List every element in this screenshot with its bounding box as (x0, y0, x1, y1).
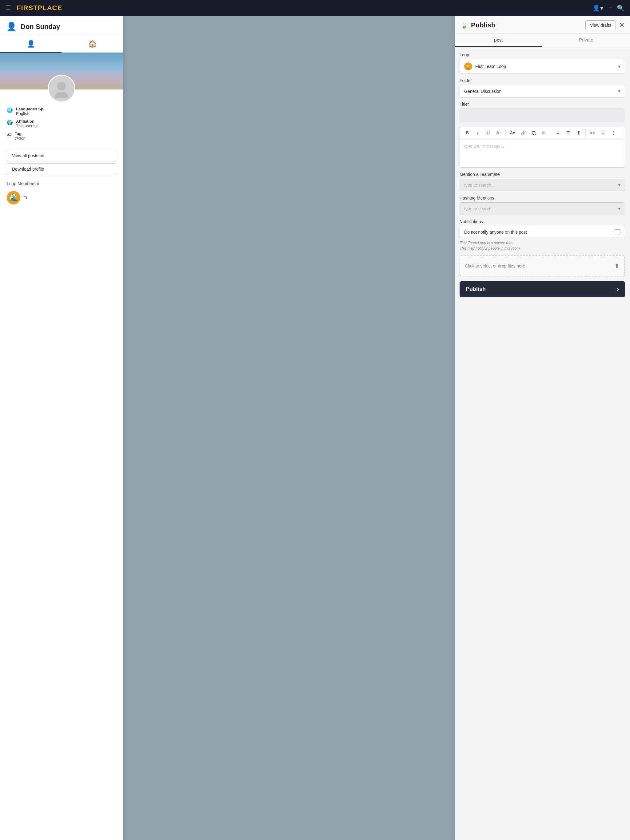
profile-user-icon: 👤 (6, 22, 17, 32)
notification-checkbox[interactable] (615, 229, 621, 235)
search-icon[interactable]: 🔍 (617, 4, 624, 12)
svg-point-1 (55, 92, 68, 98)
font-size-button[interactable]: A↕ (494, 128, 503, 137)
publish-header-actions: View drafts ✕ (586, 20, 624, 30)
view-drafts-button[interactable]: View drafts (586, 20, 616, 30)
code-button[interactable]: <> (588, 128, 597, 137)
brand-first-letter: F (17, 4, 21, 12)
hashtag-dropdown[interactable]: type to search... ▾ (459, 202, 625, 215)
leaf-icon: 🍃 (460, 22, 468, 29)
languages-icon: 🌐 (7, 107, 13, 113)
notifications-section: Notifications Do not notify anyone on th… (459, 219, 625, 251)
tab-person[interactable]: 👤 (0, 36, 62, 52)
loop-badge-icon: 🏆 (464, 62, 472, 70)
more-options-button[interactable]: ⋮ (609, 128, 618, 137)
publish-title: Publish (471, 21, 495, 29)
tag-row: 🏷 Tag @don (7, 131, 116, 141)
unordered-list-button[interactable]: ☰ (564, 128, 573, 137)
add-icon[interactable]: + (608, 5, 612, 12)
publish-arrow-icon: › (617, 286, 619, 293)
chevron-down-icon: ▾ (618, 64, 621, 69)
languages-value: English (16, 111, 43, 116)
mention-label: Mention a Teammate (459, 172, 625, 177)
chevron-down-icon: ▾ (618, 206, 621, 212)
file-drop-zone[interactable]: Click to select or drop files here ⬆ (459, 256, 625, 276)
insert-button[interactable]: ⊕ (540, 128, 548, 137)
notification-note-line1: First Team Loop is a private room (459, 240, 625, 246)
upload-icon: ⬆ (614, 262, 619, 270)
notification-note: First Team Loop is a private room This m… (459, 240, 625, 251)
editor-toolbar: B I U A↕ A▾ 🔗 🖼 ⊕ ≡ ☰ ¶ <> ☺ ⋮ (459, 126, 625, 140)
profile-panel: 👤 Don Sunday 👤 🏠 🌐 Languages Sp English (0, 16, 123, 840)
loop-dropdown[interactable]: 🏆 First Team Loop ▾ (459, 59, 625, 74)
italic-button[interactable]: I (473, 128, 482, 137)
title-input[interactable] (459, 109, 625, 122)
hashtag-label: Hashtag Mentions (459, 196, 625, 201)
affiliation-details: Affiliation This user's e (16, 119, 38, 128)
mention-section: Mention a Teammate type to search... ▾ (459, 172, 625, 191)
loop-dropdown-value: First Team Loop (475, 64, 506, 69)
ordered-list-button[interactable]: ≡ (553, 128, 562, 137)
editor-placeholder: type your message... (464, 144, 504, 148)
publish-header: 🍃 Publish View drafts ✕ (455, 16, 630, 33)
underline-button[interactable]: U (484, 128, 492, 137)
loop-membership-section: Loop Membershi 🌊 Fi (0, 177, 123, 209)
languages-details: Languages Sp English (16, 107, 43, 116)
image-button[interactable]: 🖼 (529, 128, 538, 137)
languages-row: 🌐 Languages Sp English (7, 107, 116, 116)
file-drop-label: Click to select or drop files here (465, 264, 525, 268)
toolbar-divider-2 (551, 129, 551, 136)
tab-post[interactable]: post (455, 33, 542, 47)
folder-label: Folder (459, 78, 625, 83)
tab-private[interactable]: Private (542, 33, 630, 47)
tag-details: Tag @don (15, 131, 25, 141)
link-button[interactable]: 🔗 (519, 128, 527, 137)
affiliation-row: 🌍 Affiliation This user's e (7, 119, 116, 128)
hamburger-icon[interactable]: ☰ (6, 4, 11, 12)
tab-home[interactable]: 🏠 (62, 36, 123, 52)
publish-btn-label: Publish (466, 286, 486, 292)
mention-dropdown[interactable]: type to search... ▾ (459, 178, 625, 191)
user-avatar-icon[interactable]: 👤▾ (592, 4, 603, 12)
editor-section: B I U A↕ A▾ 🔗 🖼 ⊕ ≡ ☰ ¶ <> ☺ ⋮ (459, 126, 625, 167)
chevron-down-icon: ▾ (618, 88, 621, 94)
profile-name: Don Sunday (21, 23, 60, 31)
mention-placeholder: type to search... (464, 183, 495, 188)
paragraph-button[interactable]: ¶ (574, 128, 583, 137)
view-all-posts-button[interactable]: View all posts an (7, 150, 116, 161)
avatar-svg (52, 79, 71, 98)
title-section: Title* (459, 102, 625, 122)
notifications-label: Notifications (459, 219, 625, 224)
loop-dropdown-left: 🏆 First Team Loop (464, 62, 506, 70)
download-profile-button[interactable]: Download profile (7, 163, 116, 175)
publish-button[interactable]: Publish › (459, 281, 625, 297)
chevron-down-icon: ▾ (618, 182, 621, 188)
affiliation-icon: 🌍 (7, 120, 13, 125)
publish-tabs: post Private (455, 33, 630, 47)
loop-section: Loop 🏆 First Team Loop ▾ (459, 52, 625, 74)
emoji-button[interactable]: ☺ (598, 128, 607, 137)
loop-avatar: 🌊 (7, 191, 20, 204)
bold-button[interactable]: B (463, 128, 472, 137)
affiliation-label: Affiliation (16, 119, 38, 123)
folder-dropdown[interactable]: General Discussion ▾ (459, 85, 625, 98)
publish-title-row: 🍃 Publish (460, 21, 495, 29)
loop-name: Fi (24, 195, 27, 200)
publish-panel: 🍃 Publish View drafts ✕ post Private Loo… (455, 16, 630, 840)
notification-option[interactable]: Do not notify anyone on this post (459, 226, 625, 238)
font-color-button[interactable]: A▾ (508, 128, 517, 137)
profile-avatar-wrap (0, 75, 123, 103)
profile-header: 👤 Don Sunday (0, 16, 123, 36)
editor-body[interactable]: type your message... (459, 140, 625, 167)
brand-text: IRSTPLACE (21, 4, 62, 12)
avatar (47, 75, 75, 103)
profile-info: 🌐 Languages Sp English 🌍 Affiliation Thi… (0, 103, 123, 148)
svg-point-0 (57, 82, 66, 90)
brand-logo[interactable]: FIRSTPLACE (17, 4, 62, 12)
close-button[interactable]: ✕ (619, 22, 624, 28)
topnav: ☰ FIRSTPLACE 👤▾ + 🔍 (0, 0, 630, 16)
loop-membership-label: Loop Membershi (7, 181, 116, 186)
publish-body: Loop 🏆 First Team Loop ▾ Folder General … (455, 47, 630, 308)
hashtag-section: Hashtag Mentions type to search... ▾ (459, 196, 625, 215)
tag-icon: 🏷 (7, 132, 12, 137)
